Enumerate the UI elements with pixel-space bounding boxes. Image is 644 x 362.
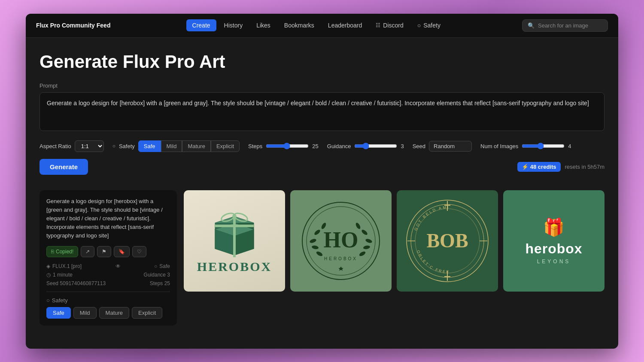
nav-bookmarks[interactable]: Bookmarks [278, 19, 320, 31]
num-images-group: Num of Images 4 [480, 143, 571, 149]
credits-area: ⚡ 48 credits resets in 5h57m [517, 162, 605, 172]
guidance-slider[interactable] [354, 143, 397, 149]
svg-point-19 [316, 250, 323, 257]
num-images-label: Num of Images [480, 143, 518, 149]
nav-create[interactable]: Create [186, 19, 216, 31]
side-safe-btn[interactable]: Safe [46, 307, 71, 319]
nav-safety[interactable]: ○ Safety [411, 19, 447, 31]
like-button[interactable]: ♡ [132, 246, 146, 257]
credits-value: 48 credits [530, 164, 556, 170]
search-placeholder: Search for an image [538, 22, 588, 29]
copy-label: Copied! [56, 249, 73, 255]
seed-input[interactable] [429, 141, 472, 152]
side-mild-btn[interactable]: Mild [73, 307, 97, 319]
safety-ring-icon: ○ [154, 263, 157, 269]
side-divider [46, 292, 170, 292]
svg-text:HEROBOX: HEROBOX [324, 256, 358, 261]
model-info: ◈ FLUX.1 [pro] [46, 263, 82, 269]
flag-button[interactable]: ⚑ [97, 246, 111, 257]
safety-group: ○ Safety Safe Mild Mature Explicit [112, 140, 240, 152]
credits-badge: ⚡ 48 credits [517, 162, 561, 172]
lightning-icon: ⚡ [522, 164, 529, 170]
page-title: Generate Flux Pro Art [39, 52, 605, 72]
aspect-ratio-group: Aspect Ratio 1:116:94:33:2 [39, 140, 104, 152]
aspect-ratio-label: Aspect Ratio [39, 143, 71, 149]
nav-history[interactable]: History [218, 19, 249, 31]
safety-label: Safety [119, 143, 135, 149]
svg-point-21 [361, 228, 368, 235]
side-actions: ⎘ Copied! ↗ ⚑ 🔖 ♡ [46, 246, 170, 257]
generate-button[interactable]: Generate [39, 159, 88, 175]
safety-buttons: Safe Mild Mature Explicit [138, 140, 240, 152]
external-link-button[interactable]: ↗ [81, 246, 94, 257]
nav-leaderboard[interactable]: Leaderboard [322, 19, 368, 31]
safety-info: ○ Safe [154, 263, 170, 269]
bookmark-button[interactable]: 🔖 [114, 246, 130, 257]
svg-point-23 [363, 245, 370, 249]
nav-likes[interactable]: Likes [250, 19, 276, 31]
prompt-label: Prompt [39, 82, 605, 89]
svg-point-20 [365, 238, 373, 243]
steps-label: Steps [248, 143, 262, 149]
safety-mature-btn[interactable]: Mature [182, 140, 210, 152]
side-meta: ◈ FLUX.1 [pro] 👁 ○ Safe ◷ 1 minute Guida… [46, 263, 170, 286]
bookmark-icon: 🔖 [118, 249, 125, 255]
image-4-subtitle: LEYONS [537, 259, 571, 265]
safety-explicit-btn[interactable]: Explicit [211, 140, 240, 152]
svg-point-16 [313, 228, 321, 235]
steps-value: 25 [312, 143, 318, 149]
clock-icon: ◷ [46, 272, 51, 278]
num-images-slider[interactable] [522, 143, 565, 149]
generate-row: Generate ⚡ 48 credits resets in 5h57m [39, 159, 605, 175]
time-info: ◷ 1 minute [46, 272, 73, 278]
svg-text:ORLET'C FREE: ORLET'C FREE [416, 249, 450, 274]
guidance-value: 3 [401, 143, 404, 149]
safety-safe-btn[interactable]: Safe [138, 140, 161, 152]
steps-group: Steps 25 [248, 143, 319, 149]
badge-svg: BOB GOT BELD AMI ORLET'C FREE [402, 196, 492, 286]
side-prompt-text: Generate a logo design for [herobox] wit… [46, 197, 170, 240]
svg-point-15 [309, 238, 317, 243]
image-card-1[interactable]: HEROBOX [184, 190, 285, 292]
seed-group: Seed [413, 141, 472, 152]
image-card-2[interactable]: HO HEROBOX [290, 190, 392, 292]
gift-box-svg [207, 208, 262, 259]
search-icon: 🔍 [528, 22, 535, 29]
safety-mild-btn[interactable]: Mild [161, 140, 182, 152]
svg-point-24 [358, 250, 366, 257]
copy-button[interactable]: ⎘ Copied! [46, 246, 78, 257]
side-meta-model-row: ◈ FLUX.1 [pro] 👁 ○ Safe [46, 263, 170, 269]
discord-icon: ☷ [376, 22, 380, 28]
image-4-bg: 🎁 herobox LEYONS [503, 190, 605, 292]
flag-icon: ⚑ [102, 249, 106, 255]
heart-icon: ♡ [137, 249, 142, 255]
prompt-textarea[interactable]: Generate a logo design for [herobox] wit… [39, 92, 605, 131]
image-1-bg: HEROBOX [184, 190, 285, 292]
image-4-title: herobox [525, 241, 582, 257]
side-safety-label: ○ Safety [46, 297, 170, 304]
side-meta-seed-row: Seed 5091740460877113 Steps 25 [46, 280, 170, 286]
num-images-value: 4 [568, 143, 571, 149]
svg-point-18 [311, 245, 319, 249]
image-card-3[interactable]: BOB GOT BELD AMI ORLET'C FREE [397, 190, 498, 292]
svg-point-12 [232, 214, 237, 219]
gift-icon: 🎁 [543, 217, 565, 237]
search-bar[interactable]: 🔍 Search for an image [522, 19, 608, 32]
seed-display: Seed 5091740460877113 [46, 280, 106, 286]
safety-value: Safe [159, 263, 170, 269]
side-mature-btn[interactable]: Mature [99, 307, 129, 319]
image-card-4[interactable]: 🎁 herobox LEYONS [503, 190, 605, 292]
model-icon: ◈ [46, 263, 50, 269]
svg-marker-27 [339, 266, 343, 271]
external-link-icon: ↗ [85, 249, 90, 255]
side-explicit-btn[interactable]: Explicit [132, 307, 162, 319]
image-2-bg: HO HEROBOX [290, 190, 392, 292]
steps-slider[interactable] [266, 143, 309, 149]
controls-row: Aspect Ratio 1:116:94:33:2 ○ Safety Safe… [39, 140, 605, 152]
guidance-group: Guidance 3 [327, 143, 404, 149]
time-value: 1 minute [53, 272, 73, 278]
image-3-bg: BOB GOT BELD AMI ORLET'C FREE [397, 190, 498, 292]
copy-icon: ⎘ [51, 249, 54, 255]
nav-discord[interactable]: ☷ Discord [370, 19, 409, 31]
aspect-ratio-select[interactable]: 1:116:94:33:2 [75, 140, 104, 152]
